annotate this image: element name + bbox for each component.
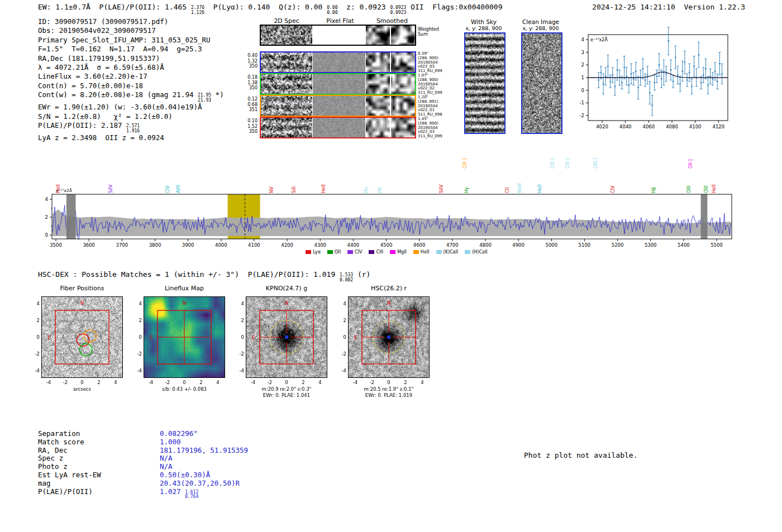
text-segment: S/N = 1.2(±0.8) χ² = 1.2(±0.0) — [38, 112, 173, 121]
text-segment: Primary Spec_Slot_IFU_AMP: 311_053_025_R… — [38, 36, 211, 44]
spec2d-row-annotation: 1.20" (288, 891) 20190504 v022_01 311_RU… — [418, 95, 451, 117]
legend-label: MgII — [397, 250, 407, 255]
svg-text:4: 4 — [45, 196, 48, 202]
spectral-line-label: NeIII — [517, 183, 522, 193]
cutout-xtick: 0 — [384, 380, 393, 385]
cutout-xtick: 4 — [316, 380, 325, 385]
spec2d-image-segment — [261, 96, 312, 116]
spectral-line-label: OIII ] — [593, 158, 598, 169]
svg-text:5400: 5400 — [678, 242, 690, 248]
cutout-ytick: 0 — [234, 334, 244, 340]
cutout-xtick: 2 — [401, 380, 410, 385]
match-label: Match score — [38, 438, 160, 447]
text-segment: Obs: 20190504v022_3090079517 — [38, 26, 156, 35]
svg-text:4060: 4060 — [643, 124, 655, 130]
cutout-caption-2: EWr: 0. PLAE: 1.041 — [236, 392, 337, 398]
svg-text:e⁻¹⁷x2Å: e⁻¹⁷x2Å — [590, 36, 608, 42]
detection-info-block: ID: 3090079517 (3090079517.pdf)Obs: 2019… — [38, 17, 224, 142]
legend-item: CIII — [369, 250, 383, 255]
spec2d-image-segment — [366, 118, 415, 137]
cutout-ytick: -4 — [234, 368, 244, 373]
spec2d-row-left-labels: 0.40 1.32 350 — [241, 53, 258, 69]
svg-text:3600: 3600 — [83, 242, 95, 248]
cutout-ytick: -4 — [132, 368, 142, 373]
svg-text:5500: 5500 — [711, 242, 723, 248]
spectral-line-label: HeII — [56, 184, 61, 193]
legend-label: OII — [335, 250, 341, 255]
svg-text:4000: 4000 — [215, 242, 227, 248]
cutout-ytick: -4 — [30, 368, 40, 373]
legend-swatch — [390, 250, 395, 254]
match-value: N/A — [160, 462, 173, 471]
text-segment: F=1.5" T=0.162 N=1.17 A=0.94 g=25.3 — [38, 45, 202, 53]
svg-text:5300: 5300 — [645, 242, 657, 248]
cutout-ytick: 2 — [30, 318, 40, 323]
legend-item: OII — [327, 250, 341, 255]
cutout-ytick: -4 — [336, 368, 346, 373]
match-row: P(LAE)/P(OII)1.027 1.6120.764 — [38, 488, 248, 500]
legend-item: HeII — [413, 250, 430, 255]
legend-swatch — [347, 250, 353, 254]
match-label: Separation — [38, 430, 160, 438]
text-segment: P(LAE)/P(OII): 2.187 — [38, 121, 126, 130]
legend-swatch — [306, 250, 311, 254]
svg-text:1: 1 — [581, 75, 584, 80]
cutout-xtick: 4 — [213, 380, 222, 385]
spectral-line-label: CIV — [165, 186, 170, 193]
hsc-dex-match-summary: HSC-DEX : Possible Matches = 1 (within +… — [38, 270, 370, 282]
svg-text:4100: 4100 — [248, 242, 260, 248]
cutout-ytick: 2 — [132, 318, 142, 323]
match-label: Photo z — [38, 463, 160, 471]
spec2d-image-segment — [313, 26, 365, 45]
svg-text:3: 3 — [581, 50, 584, 55]
match-label: P(LAE)/P(OII) — [38, 488, 160, 496]
svg-text:5000: 5000 — [545, 242, 557, 248]
spec2d-image-segment — [366, 26, 415, 45]
svg-text:3700: 3700 — [116, 242, 128, 248]
cutout-caption-1: m:20.9 re:2.0" s:0.3" — [236, 386, 337, 392]
legend-item: (K)CaII — [436, 250, 459, 255]
match-row: Match score1.000 — [38, 438, 248, 447]
spectral-line-label: CIII ] — [565, 159, 570, 169]
info-line: Obs: 20190504v022_3090079517 — [38, 26, 224, 35]
legend-item: Lyα — [306, 250, 321, 255]
cutout-title: HSC(26.2) r — [344, 285, 433, 292]
cutout-ytick: -2 — [336, 351, 346, 357]
cutout-frame: NE — [246, 296, 327, 378]
sky-image-frame — [521, 32, 562, 134]
detection-report: EW: 1.1±0.7Å P(LAE)/P(OII): 1.465 2.3761… — [0, 0, 782, 532]
match-value: N/A — [160, 454, 173, 462]
match-row: Separation0.082296" — [38, 430, 248, 438]
cutout-xtick: 4 — [418, 380, 427, 385]
legend-swatch — [369, 250, 374, 254]
cutout-overlay: NE — [144, 297, 225, 377]
spec2d-row-annotation: 1.07" (288, 900) 20190504 v022_02 311_RU… — [418, 74, 451, 95]
with-sky-image — [465, 33, 504, 133]
lo-value: 21.93 — [198, 98, 211, 103]
cutout-ytick: 4 — [234, 301, 244, 306]
spectral-line-label: OIII — [704, 186, 709, 193]
text-segment: RA,Dec (181.179199,51.915337) — [38, 54, 160, 63]
text-segment: HSC-DEX : Possible Matches = 1 (within +… — [38, 270, 340, 279]
info-line: LineFlux = 3.60(±2.20)e-17 — [38, 72, 224, 81]
spectral-line-label: Hη — [364, 187, 369, 193]
legend-label: (K)CaII — [444, 250, 459, 255]
cutout-xtick: -4 — [146, 380, 155, 385]
legend-swatch — [327, 250, 333, 254]
svg-text:-2: -2 — [580, 113, 584, 118]
spec2d-image-segment — [313, 74, 365, 94]
info-line: RA,Dec (181.179199,51.915337) — [38, 54, 224, 63]
report-timestamp-version: 2024-12-25 14:21:10 Version 1.22.3 — [592, 3, 745, 11]
spec2d-row-left-labels: 0.18 1.38 350 — [241, 75, 258, 91]
svg-text:5100: 5100 — [579, 242, 591, 248]
east-label: E — [150, 335, 153, 341]
svg-text:4020: 4020 — [596, 124, 608, 130]
cutout-caption-1: s/b: 0.43 +/- 0.083 — [134, 386, 235, 392]
text-segment: LineFlux = 3.60(±2.20)e-17 — [38, 72, 147, 80]
legend-swatch — [436, 250, 442, 254]
legend-label: CIII — [376, 250, 383, 255]
cutout-xtick: -2 — [368, 380, 376, 385]
east-label: E — [354, 335, 357, 341]
svg-text:4600: 4600 — [413, 242, 426, 248]
svg-text:4700: 4700 — [446, 242, 459, 248]
